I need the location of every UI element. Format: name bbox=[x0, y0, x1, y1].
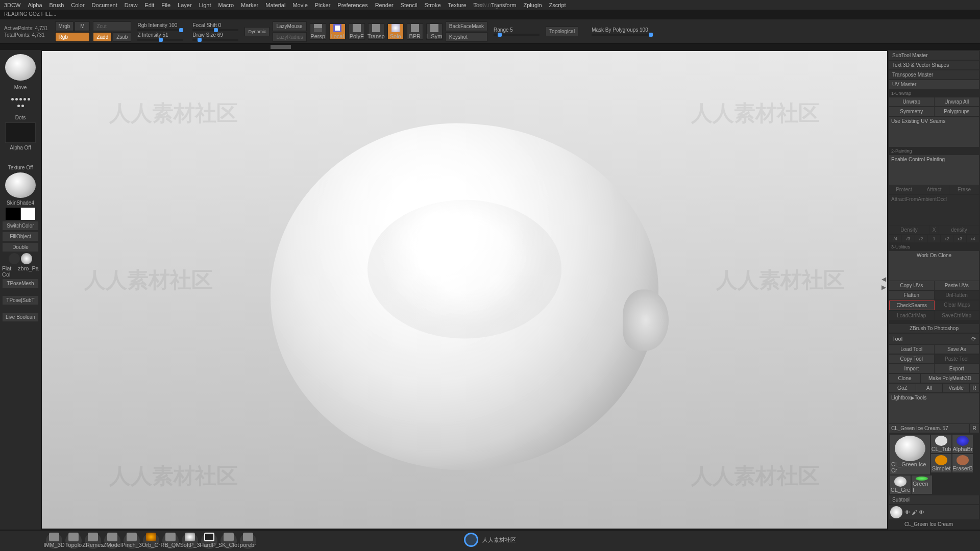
keyshot-button[interactable]: Keyshot bbox=[446, 32, 487, 42]
brush-skclot[interactable]: SK_Clot bbox=[220, 533, 237, 549]
arrow-right-icon[interactable]: ▶ bbox=[881, 284, 886, 291]
liveboolean-button[interactable]: Live Boolean bbox=[3, 313, 38, 321]
viewport[interactable]: 人人素材社区 人人素材社区 人人素材社区 人人素材社区 人人素材社区 人人素材社… bbox=[42, 51, 887, 529]
subtool-master-button[interactable]: SubTool Master bbox=[889, 51, 979, 60]
menu-light[interactable]: Light bbox=[199, 2, 211, 8]
unwrap-button[interactable]: Unwrap bbox=[889, 97, 934, 106]
primary-color-swatch[interactable] bbox=[21, 208, 35, 220]
lazyradius-button[interactable]: LazyRadius bbox=[273, 32, 306, 42]
export-button[interactable]: Export bbox=[935, 364, 979, 373]
m-button[interactable]: M bbox=[75, 21, 90, 31]
focal-shift-slider[interactable] bbox=[192, 29, 238, 31]
subtool-header[interactable]: Subtool bbox=[889, 495, 979, 504]
brush-topolo[interactable]: Topolo bbox=[65, 533, 82, 549]
menu-marker[interactable]: Marker bbox=[241, 2, 258, 8]
subtool-item[interactable]: 👁🖌👁 bbox=[889, 505, 979, 519]
draw-size-slider[interactable] bbox=[192, 39, 238, 41]
mask-polygroups-slider[interactable] bbox=[592, 34, 653, 36]
density-value[interactable]: density bbox=[939, 226, 979, 234]
flat-color-icon[interactable] bbox=[9, 253, 20, 264]
brush-zmodel[interactable]: ZModel bbox=[104, 533, 120, 549]
material-preview[interactable] bbox=[5, 172, 36, 198]
rgb-button[interactable]: Rgb bbox=[55, 32, 90, 42]
local-button[interactable]: Local bbox=[329, 23, 346, 40]
brush-orb[interactable]: Orb_Cr bbox=[143, 533, 159, 549]
transp-button[interactable]: Transp bbox=[368, 23, 384, 40]
density-x2[interactable]: x2 bbox=[941, 235, 953, 242]
goz-all-button[interactable]: All bbox=[916, 384, 943, 392]
density-d3[interactable]: /3 bbox=[902, 235, 914, 242]
menu-layer[interactable]: Layer bbox=[178, 2, 192, 8]
topological-button[interactable]: Topological bbox=[546, 27, 578, 36]
brush-softp[interactable]: SoftP_3 bbox=[182, 533, 198, 549]
save-as-button[interactable]: Save As bbox=[935, 345, 979, 354]
copy-tool-button[interactable]: Copy Tool bbox=[889, 355, 934, 363]
text3d-button[interactable]: Text 3D & Vector Shapes bbox=[889, 61, 979, 69]
enable-control-painting-button[interactable]: Enable Control Painting bbox=[889, 155, 979, 185]
menu-draw[interactable]: Draw bbox=[125, 2, 138, 8]
tool-thumb-eraser[interactable]: EraserB bbox=[952, 454, 973, 472]
alpha-preview[interactable] bbox=[5, 122, 36, 143]
density-d2[interactable]: /2 bbox=[915, 235, 927, 242]
z-intensity-slider[interactable] bbox=[137, 39, 183, 41]
dynamic-button[interactable]: Dynamic bbox=[244, 27, 270, 36]
persp-button[interactable]: Persp bbox=[310, 23, 326, 40]
menu-zscript[interactable]: Zscript bbox=[549, 2, 566, 8]
polyf-button[interactable]: PolyF bbox=[349, 23, 365, 40]
toolbar-scrollbar[interactable] bbox=[0, 45, 980, 49]
checkseams-button[interactable]: CheckSeams bbox=[889, 300, 935, 310]
brush-imm[interactable]: IMM_3D bbox=[46, 533, 62, 549]
unwrap-all-button[interactable]: Unwrap All bbox=[935, 97, 979, 106]
menu-macro[interactable]: Macro bbox=[218, 2, 234, 8]
density-d4[interactable]: /4 bbox=[889, 235, 901, 242]
menu-edit[interactable]: Edit bbox=[144, 2, 154, 8]
fillobject-button[interactable]: FillObject bbox=[3, 232, 38, 241]
density-1[interactable]: 1 bbox=[928, 235, 940, 242]
lightbox-tools-button[interactable]: Lightbox▶Tools bbox=[889, 393, 979, 423]
make-polymesh-button[interactable]: Make PolyMesh3D bbox=[921, 374, 979, 383]
goz-visible-button[interactable]: Visible bbox=[943, 384, 969, 392]
brush-preview[interactable] bbox=[5, 54, 36, 81]
brush-porebr[interactable]: porebr bbox=[240, 533, 256, 549]
tool-thumb-gre[interactable]: CL_Gre bbox=[890, 475, 911, 494]
menu-picker[interactable]: Picker bbox=[315, 2, 331, 8]
brush-icon[interactable]: 🖌 bbox=[912, 509, 917, 515]
menu-movie[interactable]: Movie bbox=[292, 2, 307, 8]
mrgb-button[interactable]: Mrgb bbox=[55, 21, 74, 31]
work-on-clone-button[interactable]: Work On Clone bbox=[889, 251, 979, 281]
uv-master-button[interactable]: UV Master bbox=[889, 80, 979, 89]
menu-file[interactable]: File bbox=[161, 2, 170, 8]
brush-hardp[interactable]: HardP_ bbox=[201, 533, 217, 549]
secondary-color-swatch[interactable] bbox=[6, 208, 20, 220]
brush-rbqm[interactable]: RB_QM bbox=[162, 533, 179, 549]
load-tool-button[interactable]: Load Tool bbox=[889, 345, 934, 354]
tool-thumb-main[interactable]: CL_Green Ice Cr bbox=[890, 435, 930, 474]
double-button[interactable]: Double bbox=[3, 243, 38, 252]
rgb-intensity-slider[interactable] bbox=[137, 29, 183, 31]
import-button[interactable]: Import bbox=[889, 364, 934, 373]
zbrush-to-photoshop-button[interactable]: ZBrush To Photoshop bbox=[889, 324, 979, 333]
zadd-button[interactable]: Zadd bbox=[93, 32, 112, 42]
use-seams-button[interactable]: Use Existing UV Seams bbox=[889, 117, 979, 147]
attract-ambient-button[interactable]: AttractFromAmbientOccl bbox=[889, 195, 979, 225]
tool-thumb-tub[interactable]: CL_Tub bbox=[931, 435, 951, 453]
goz-r-button[interactable]: R bbox=[970, 384, 979, 392]
backfacemask-button[interactable]: BackFaceMask bbox=[446, 21, 487, 31]
transpose-master-button[interactable]: Transpose Master bbox=[889, 70, 979, 79]
menu-texture[interactable]: Texture bbox=[448, 2, 467, 8]
zbro-icon[interactable] bbox=[21, 253, 32, 264]
tool-panel-header[interactable]: Tool⟳ bbox=[889, 334, 979, 344]
menu-3dcw[interactable]: 3DCW bbox=[4, 2, 20, 8]
savectrlmap-button[interactable]: SaveCtrlMap bbox=[935, 311, 979, 320]
tposemesh-button[interactable]: TPoseMesh bbox=[3, 279, 38, 288]
density-x3[interactable]: x3 bbox=[953, 235, 966, 242]
lsym-button[interactable]: L.Sym bbox=[426, 23, 443, 40]
protect-button[interactable]: Protect bbox=[889, 185, 919, 194]
menu-color[interactable]: Color bbox=[71, 2, 84, 8]
paste-uvs-button[interactable]: Paste UVs bbox=[935, 281, 979, 290]
tool-thumb-alpha[interactable]: AlphaBr bbox=[952, 435, 973, 453]
density-x-button[interactable]: X bbox=[929, 226, 939, 234]
menu-material[interactable]: Material bbox=[265, 2, 285, 8]
attract-button[interactable]: Attract bbox=[919, 185, 949, 194]
polygroups-button[interactable]: Polygroups bbox=[935, 107, 979, 116]
